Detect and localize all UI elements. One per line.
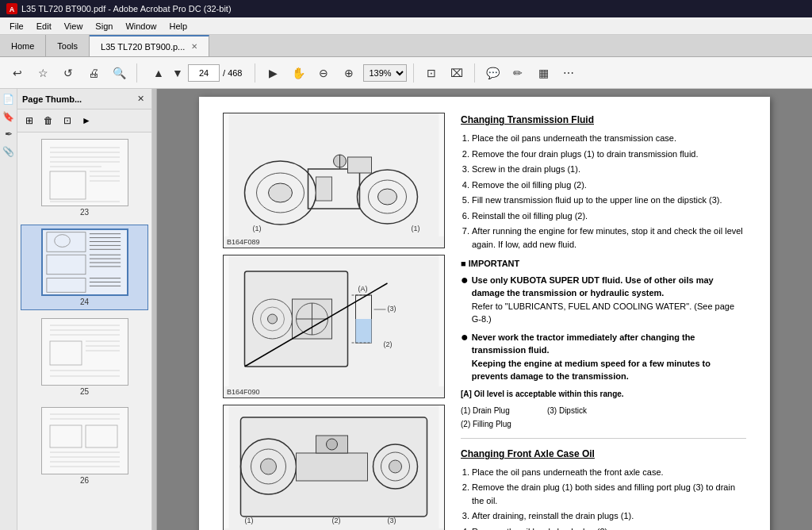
menu-sign[interactable]: Sign bbox=[89, 20, 119, 33]
sidebar-header-icons: ✕ bbox=[135, 93, 147, 105]
svg-point-85 bbox=[261, 459, 277, 474]
svg-point-88 bbox=[389, 460, 402, 473]
thumb-label-24: 24 bbox=[80, 298, 89, 306]
zoom-in-btn[interactable]: ⊕ bbox=[338, 62, 360, 84]
pdf-page: (1) (1) B164F089 bbox=[199, 97, 770, 530]
svg-point-52 bbox=[269, 183, 293, 202]
sidebar-delete-btn[interactable]: 🗑 bbox=[40, 112, 57, 129]
svg-text:(A): (A) bbox=[358, 285, 368, 293]
page-number-input[interactable] bbox=[188, 64, 220, 82]
svg-rect-60 bbox=[348, 157, 372, 173]
bookmark-btn[interactable]: ☆ bbox=[32, 62, 54, 84]
section1-title: Changing Transmission Fluid bbox=[461, 113, 746, 127]
svg-point-55 bbox=[378, 189, 397, 205]
step-2-4: Remove the oil level check plug (2). bbox=[472, 525, 746, 531]
thumb-img-24 bbox=[41, 229, 128, 296]
menu-help[interactable]: Help bbox=[163, 20, 194, 33]
sidebar: Page Thumb... ✕ ⊞ 🗑 ⊡ ► bbox=[17, 89, 152, 530]
acrobat-icon: A bbox=[6, 3, 17, 14]
tab-home[interactable]: Home bbox=[0, 35, 46, 56]
marquee-zoom-btn[interactable]: ⌧ bbox=[446, 62, 468, 84]
navigate-back-btn[interactable]: ↩ bbox=[6, 62, 29, 84]
bookmarks-panel-btn[interactable]: 🔖 bbox=[2, 109, 16, 124]
svg-rect-49 bbox=[229, 113, 439, 236]
svg-rect-2 bbox=[42, 140, 128, 205]
important-box-1: ■ IMPORTANT ● Use only KUBOTA SUPER UDT … bbox=[461, 257, 746, 383]
prev-page-btn[interactable]: ▲ bbox=[150, 62, 167, 84]
menu-edit[interactable]: Edit bbox=[30, 20, 58, 33]
more-tools-btn[interactable]: ⋯ bbox=[557, 62, 580, 84]
signatures-panel-btn[interactable]: ✒ bbox=[2, 127, 16, 141]
step-1-2: Remove the four drain plugs (1) to drain… bbox=[472, 148, 746, 161]
menu-file[interactable]: File bbox=[3, 20, 30, 33]
step-1-7: After running the engine for few minutes… bbox=[472, 225, 746, 251]
zoom-out-btn[interactable]: ⊖ bbox=[312, 62, 335, 84]
highlight-btn[interactable]: ▦ bbox=[532, 62, 554, 84]
svg-point-67 bbox=[268, 314, 278, 324]
undo-btn[interactable]: ↺ bbox=[57, 62, 79, 84]
menu-bar: File Edit View Sign Window Help bbox=[0, 17, 812, 35]
menu-view[interactable]: View bbox=[58, 20, 90, 33]
thumb-page-24[interactable]: 24 bbox=[21, 225, 148, 310]
step-1-1: Place the oil pans underneath the transm… bbox=[472, 132, 746, 145]
thumb-img-25 bbox=[41, 318, 128, 386]
title-bar: A L35 TL720 BT900.pdf - Adobe Acrobat Pr… bbox=[0, 0, 812, 17]
fit-page-btn[interactable]: ⊡ bbox=[420, 62, 442, 84]
menu-window[interactable]: Window bbox=[119, 20, 163, 33]
sidebar-header: Page Thumb... ✕ bbox=[17, 89, 151, 109]
svg-point-91 bbox=[327, 439, 338, 450]
figure-label-2: B164F090 bbox=[224, 386, 444, 398]
thumb-page-23[interactable]: 23 bbox=[21, 136, 148, 220]
sidebar-more-btn[interactable]: ► bbox=[78, 112, 95, 129]
bullet-2: ● Never work the tractor immediately aft… bbox=[461, 331, 746, 383]
annotate-btn[interactable]: ✏ bbox=[507, 62, 529, 84]
sidebar-close-btn[interactable]: ✕ bbox=[135, 93, 147, 105]
figure-2: (A) (3) (2) B164F0 bbox=[223, 255, 445, 398]
section-divider bbox=[461, 438, 746, 439]
comment-btn[interactable]: 💬 bbox=[481, 62, 504, 84]
figure-1: (1) (1) B164F089 bbox=[223, 113, 445, 248]
toolbar-separator-1 bbox=[136, 63, 137, 83]
close-tab-icon[interactable]: ✕ bbox=[191, 42, 197, 51]
pdf-content[interactable]: (1) (1) B164F089 bbox=[157, 89, 812, 530]
section2-title: Changing Front Axle Case Oil bbox=[461, 447, 746, 461]
bullet-text-2: Never work the tractor immediately after… bbox=[472, 331, 746, 383]
parts-item-1: (1) Drain Plug (3) Dipstick bbox=[461, 405, 746, 417]
search-btn[interactable]: 🔍 bbox=[108, 62, 130, 84]
thumb-label-23: 23 bbox=[80, 208, 89, 217]
step-1-5: Fill new transmission fluid up to the up… bbox=[472, 194, 746, 207]
svg-text:(1): (1) bbox=[253, 225, 262, 232]
svg-text:(1): (1) bbox=[245, 517, 254, 524]
sidebar-grid-btn[interactable]: ⊞ bbox=[21, 112, 38, 129]
next-page-btn[interactable]: ▼ bbox=[169, 62, 186, 84]
thumb-img-23 bbox=[41, 139, 128, 206]
thumb-page-25[interactable]: 25 bbox=[21, 315, 148, 399]
print-btn[interactable]: 🖨 bbox=[82, 62, 105, 84]
figure-label-1: B164F089 bbox=[224, 236, 444, 248]
sidebar-extract-btn[interactable]: ⊡ bbox=[59, 112, 76, 129]
svg-rect-13 bbox=[43, 230, 127, 294]
pages-panel-btn[interactable]: 📄 bbox=[2, 92, 16, 106]
svg-text:(3): (3) bbox=[388, 517, 396, 524]
bullet-text-1: Use only KUBOTA SUPER UDT fluid. Use of … bbox=[472, 274, 746, 326]
thumb-page-26[interactable]: 26 bbox=[21, 404, 148, 488]
nav-controls: ▲ ▼ / 468 bbox=[150, 62, 242, 84]
tab-document[interactable]: L35 TL720 BT900.p... ✕ bbox=[90, 35, 209, 56]
hand-tool-btn[interactable]: ✋ bbox=[287, 62, 309, 84]
zoom-select[interactable]: 139% bbox=[363, 64, 407, 82]
attachments-panel-btn[interactable]: 📎 bbox=[2, 144, 16, 159]
bullet-1: ● Use only KUBOTA SUPER UDT fluid. Use o… bbox=[461, 274, 746, 326]
svg-rect-40 bbox=[42, 408, 128, 474]
figure-canvas-3: (1) (2) (3) bbox=[224, 405, 444, 528]
main-area: 📄 🔖 ✒ 📎 Page Thumb... ✕ ⊞ 🗑 ⊡ ► bbox=[0, 89, 812, 530]
select-tool-btn[interactable]: ▶ bbox=[262, 62, 284, 84]
sidebar-scroll[interactable]: 23 bbox=[17, 132, 151, 530]
window-title: L35 TL720 BT900.pdf - Adobe Acrobat Pro … bbox=[21, 4, 232, 13]
svg-rect-57 bbox=[316, 177, 332, 201]
page-total: / 468 bbox=[223, 68, 242, 78]
toolbar-separator-2 bbox=[255, 63, 255, 83]
figure-canvas-1: (1) (1) bbox=[224, 113, 444, 236]
tab-tools[interactable]: Tools bbox=[46, 35, 90, 56]
svg-text:(2): (2) bbox=[384, 340, 393, 348]
toolbar-separator-3 bbox=[413, 63, 414, 83]
